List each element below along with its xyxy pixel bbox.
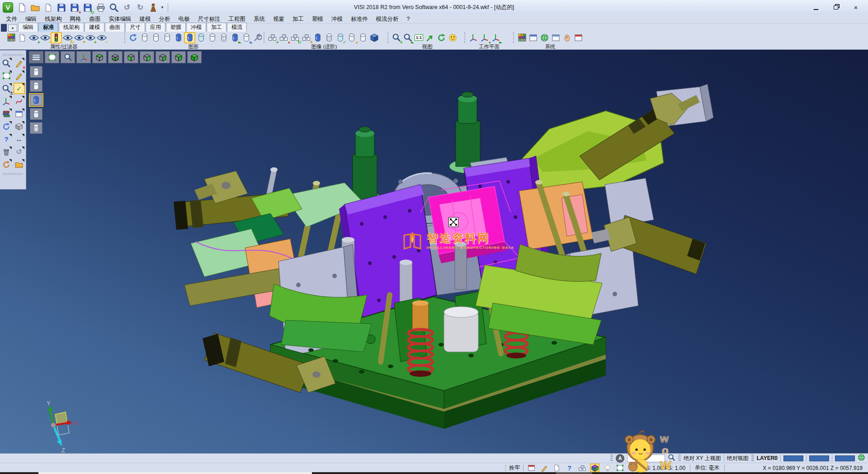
undo-icon[interactable]: ↺ [121, 2, 133, 14]
model-3d-canvas[interactable]: Y X Z [0, 50, 868, 454]
view-search-icon[interactable] [61, 51, 75, 63]
advanced-refresh-icon[interactable]: ↻ [289, 32, 301, 43]
advanced-toggle-icon[interactable]: ± [301, 32, 312, 43]
import-file-icon[interactable] [42, 2, 54, 14]
panel-grip[interactable] [3, 54, 23, 56]
active-layer-label[interactable]: LAYER0 [757, 455, 778, 461]
menu-dimension[interactable]: 尺寸标注 [194, 15, 225, 23]
display-tools-icon[interactable] [252, 32, 263, 43]
split-view-icon[interactable] [615, 464, 625, 472]
menu-surface[interactable]: 曲面 [85, 15, 105, 23]
redo-icon[interactable]: ↻ [134, 2, 146, 14]
display-wireframe-icon[interactable] [30, 66, 42, 78]
group-display-icon[interactable]: ▶ [229, 32, 241, 43]
tab-modeling[interactable]: 建模 [85, 23, 104, 32]
package-icon[interactable] [577, 464, 587, 472]
system-colors-icon[interactable] [516, 32, 528, 43]
hatch-display-icon[interactable] [218, 32, 229, 43]
help-icon[interactable]: ? [1, 133, 12, 145]
zoom-extents-icon[interactable]: ▶ [402, 32, 413, 43]
solid-wire-icon[interactable] [357, 32, 368, 43]
view-back-icon[interactable] [124, 51, 138, 63]
erase-sketch-icon[interactable]: × [14, 57, 25, 69]
print-preview-icon[interactable] [108, 2, 120, 14]
view-top-icon[interactable] [92, 51, 107, 63]
undo-gray-icon[interactable]: ↺ [14, 146, 25, 157]
solid-striped-icon[interactable] [323, 32, 335, 43]
menu-mould[interactable]: 塑模 [308, 15, 327, 23]
flat-display-icon[interactable] [207, 32, 218, 43]
view-axes-icon[interactable] [76, 51, 91, 63]
layer-window-icon[interactable] [528, 32, 539, 43]
zoom-solid-icon[interactable]: ± [1, 83, 12, 94]
measure-distance-icon[interactable]: ↔ [14, 133, 25, 145]
open-file-icon[interactable] [29, 2, 41, 14]
rotate-view-icon[interactable] [436, 32, 447, 43]
tab-machining[interactable]: 加工 [207, 23, 226, 32]
view-iso-icon[interactable] [187, 51, 202, 63]
tab-wireframe[interactable]: 线架构 [59, 23, 84, 32]
zoom-select-icon[interactable] [1, 57, 12, 69]
save-icon[interactable] [56, 2, 67, 14]
advanced-add-icon[interactable]: + [267, 32, 278, 43]
restore-button[interactable] [833, 5, 839, 10]
layer-color-swatch-1[interactable] [783, 455, 803, 461]
display-shaded-edges-icon[interactable] [30, 108, 42, 120]
display-hidden-icon[interactable] [30, 80, 42, 92]
hidden-line-display-icon[interactable] [150, 32, 161, 43]
menu-mesh[interactable]: 网格 [66, 15, 85, 23]
show-entities-icon[interactable]: + [28, 32, 39, 43]
menu-machining[interactable]: 加工 [288, 15, 308, 23]
print-icon[interactable] [95, 2, 107, 14]
selection-hand-icon[interactable] [561, 32, 573, 43]
window-blue-icon[interactable] [14, 108, 25, 119]
regenerate-icon[interactable] [1, 121, 12, 132]
advanced-filter-icon[interactable]: ● [278, 32, 289, 43]
solid-shaded-icon[interactable] [312, 32, 323, 43]
save-as-icon[interactable]: + [69, 2, 80, 14]
sketch-edit-icon[interactable] [14, 70, 25, 81]
zoom-fit-icon[interactable] [45, 51, 59, 63]
status-search-input[interactable] [627, 455, 665, 462]
menu-edit[interactable]: 编辑 [21, 15, 41, 23]
ucs-cube-icon[interactable] [590, 464, 599, 472]
shaded-cube-icon[interactable] [14, 121, 25, 132]
spline-icon[interactable] [14, 95, 25, 107]
status-search-icon[interactable] [668, 454, 675, 463]
workplane-move-icon[interactable]: ▶ [490, 32, 501, 43]
view-reference-label[interactable]: 绝对视图 [727, 455, 749, 462]
solid-verify-icon[interactable]: ✓ [335, 32, 346, 43]
layer-color-swatch-2[interactable] [809, 455, 829, 461]
view-front-icon[interactable] [140, 51, 154, 63]
view-corner-icon[interactable] [171, 51, 186, 63]
view-right-icon[interactable] [156, 51, 170, 63]
workplane-face-icon[interactable]: ● [479, 32, 490, 43]
page-preview-icon[interactable] [17, 32, 28, 43]
toggle-visibility-icon[interactable]: ± [73, 32, 85, 43]
solid-cube-icon[interactable] [368, 32, 380, 43]
delete-icon[interactable] [1, 146, 12, 157]
zoom-window-icon[interactable]: + [391, 32, 402, 43]
menu-system[interactable]: 系统 [250, 15, 269, 23]
menu-stamping[interactable]: 冲模 [327, 15, 347, 23]
zoom-ratio-icon[interactable]: 1:1 [413, 32, 425, 43]
macro-icon[interactable] [147, 2, 159, 14]
close-button[interactable]: × [853, 5, 859, 10]
tab-mould[interactable]: 塑膜 [166, 23, 186, 32]
user-badge[interactable]: A [616, 454, 624, 463]
menu-electrode[interactable]: 电极 [175, 15, 194, 23]
new-file-icon[interactable] [16, 2, 28, 14]
tab-standard[interactable]: 标准 [38, 23, 58, 32]
display-hatched-icon[interactable] [30, 122, 42, 134]
attributes-paint-icon[interactable] [5, 32, 17, 43]
ejector-turret-right[interactable] [449, 92, 486, 173]
tab-surface[interactable]: 曲面 [105, 23, 125, 32]
dashed-hidden-display-icon[interactable] [161, 32, 173, 43]
world-icon[interactable] [858, 454, 865, 463]
solid-flag-icon[interactable]: ● [346, 32, 357, 43]
system-settings-icon[interactable] [539, 32, 550, 43]
hide-all-icon[interactable]: − [96, 32, 107, 43]
transparent-display-icon[interactable] [195, 32, 207, 43]
quickbar-options-icon[interactable]: ▼ [160, 5, 164, 9]
annotate-icon[interactable] [539, 464, 549, 472]
